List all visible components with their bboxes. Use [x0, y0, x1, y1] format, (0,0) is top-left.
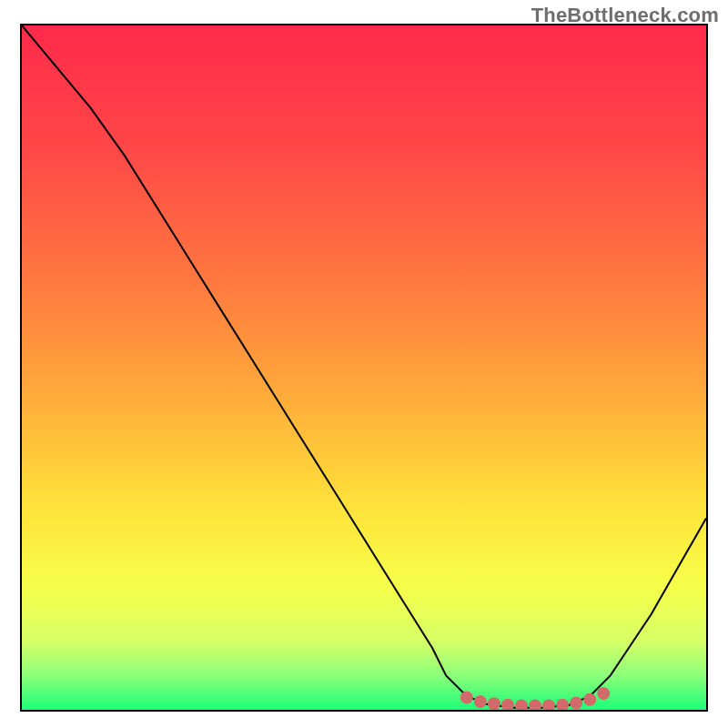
chart-frame: TheBottleneck.com [0, 0, 728, 728]
trough-marker-dot [488, 697, 500, 710]
trough-marker-dot [570, 697, 582, 710]
watermark-text: TheBottleneck.com [531, 4, 719, 27]
trough-marker-dot [597, 687, 610, 700]
plot-area [20, 24, 708, 712]
trough-marker-dot [583, 693, 596, 706]
plot-svg [22, 25, 706, 710]
gradient-background [22, 25, 706, 710]
trough-marker-dot [460, 692, 473, 704]
trough-marker-dot [474, 695, 487, 708]
